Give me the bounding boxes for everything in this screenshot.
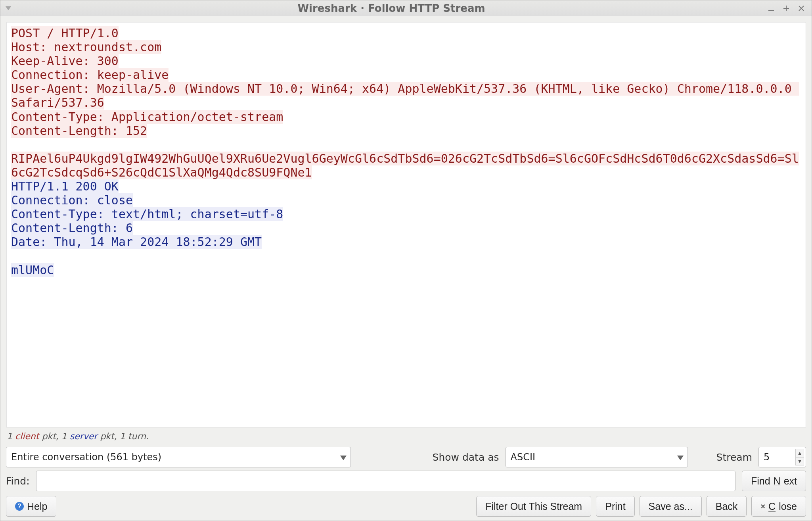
titlebar[interactable]: Wireshark · Follow HTTP Stream <box>0 0 812 16</box>
x-icon: × <box>760 502 765 511</box>
window-title: Wireshark · Follow HTTP Stream <box>16 2 766 14</box>
conversation-selected: Entire conversation (561 bytes) <box>11 452 161 463</box>
help-icon: ? <box>15 502 24 511</box>
save-as-button[interactable]: Save as... <box>640 496 702 517</box>
filter-out-label: Filter Out This Stream <box>485 501 582 512</box>
encoding-dropdown[interactable]: ASCII <box>506 447 688 467</box>
back-button[interactable]: Back <box>707 496 747 517</box>
app-menu-icon[interactable] <box>0 6 16 10</box>
chevron-down-icon <box>677 452 684 463</box>
encoding-selected: ASCII <box>511 452 536 463</box>
follow-stream-window: Wireshark · Follow HTTP Stream POST / HT… <box>0 0 812 521</box>
button-bar: ? Help Filter Out This Stream Print Save… <box>6 496 806 517</box>
find-label: Find: <box>6 475 30 487</box>
spinner-down-icon[interactable]: ▼ <box>795 457 804 465</box>
save-as-label: Save as... <box>649 501 693 512</box>
close-icon[interactable] <box>797 4 806 13</box>
packet-stats: 1 client pkt, 1 server pkt, 1 turn. <box>6 427 806 444</box>
conversation-dropdown[interactable]: Entire conversation (561 bytes) <box>6 447 351 467</box>
stream-number-value: 5 <box>764 452 770 463</box>
help-button[interactable]: ? Help <box>6 496 56 517</box>
find-input[interactable] <box>36 471 735 491</box>
svg-rect-2 <box>783 8 789 9</box>
stream-number-spinner[interactable]: 5 ▲ ▼ <box>758 447 806 467</box>
controls-row: Entire conversation (561 bytes) Show dat… <box>6 447 806 467</box>
find-next-button[interactable]: Find Next <box>742 471 806 491</box>
close-button[interactable]: × Close <box>751 496 806 517</box>
chevron-down-icon <box>340 452 347 463</box>
spinner-up-icon[interactable]: ▲ <box>795 449 804 457</box>
svg-rect-0 <box>768 10 774 11</box>
show-data-as-label: Show data as <box>433 452 499 463</box>
stream-content[interactable]: POST / HTTP/1.0 Host: nextroundst.com Ke… <box>6 22 806 427</box>
filter-out-stream-button[interactable]: Filter Out This Stream <box>476 496 591 517</box>
print-button[interactable]: Print <box>596 496 634 517</box>
maximize-icon[interactable] <box>781 4 791 13</box>
help-label: Help <box>27 501 47 512</box>
window-controls <box>766 4 812 13</box>
find-row: Find: Find Next <box>6 471 806 491</box>
minimize-icon[interactable] <box>766 4 776 13</box>
back-label: Back <box>716 501 738 512</box>
stream-label: Stream <box>716 452 752 463</box>
print-label: Print <box>605 501 625 512</box>
dialog-body: POST / HTTP/1.0 Host: nextroundst.com Ke… <box>0 16 812 521</box>
